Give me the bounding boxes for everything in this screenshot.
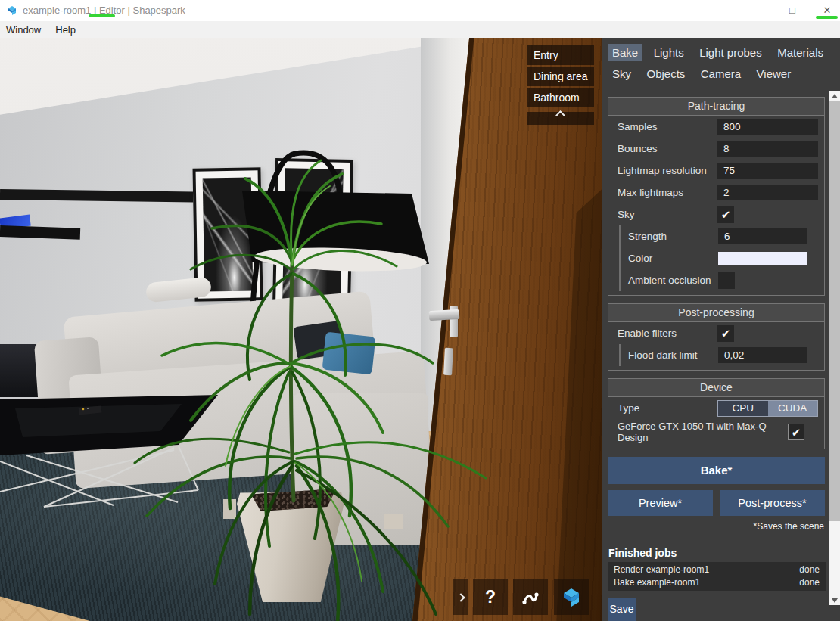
flood-dark-limit-row: Flood dark limit 0,02	[621, 344, 814, 366]
sky-label: Sky	[618, 209, 717, 220]
tab-objects[interactable]: Objects	[642, 65, 689, 82]
tab-light-probes[interactable]: Light probes	[695, 44, 767, 61]
gpu-row: GeForce GTX 1050 Ti with Max-Q Design ✔	[608, 419, 824, 449]
flood-dark-limit-input[interactable]: 0,02	[718, 347, 807, 363]
save-button[interactable]: Save	[608, 598, 636, 621]
chevron-right-icon	[456, 593, 465, 601]
device-type-row: Type CPU CUDA	[608, 397, 824, 419]
scrollbar-up-arrow[interactable]	[829, 91, 840, 101]
preview-button[interactable]: Preview*	[608, 490, 713, 516]
check-icon: ✔	[721, 208, 731, 221]
chevron-up-icon	[555, 110, 565, 120]
toolbar-collapse-button[interactable]	[453, 579, 468, 615]
gpu-checkbox[interactable]: ✔	[788, 424, 804, 440]
samples-row: Samples 800	[608, 116, 824, 138]
views-collapse-button[interactable]	[527, 112, 594, 125]
ambient-occlusion-checkbox[interactable]	[718, 272, 735, 289]
job-row: Bake example-room1 done	[608, 576, 826, 589]
filters-subsettings: Flood dark limit 0,02	[619, 344, 814, 366]
bake-button[interactable]: Bake*	[608, 457, 825, 484]
tab-lights[interactable]: Lights	[649, 44, 689, 61]
sky-subsettings: Strength 6 Color Ambient occlusion	[619, 225, 814, 291]
title-bar: example-room1 | Editor | Shapespark — □ …	[0, 0, 840, 21]
saves-scene-note: *Saves the scene	[608, 521, 824, 532]
check-icon: ✔	[792, 426, 801, 439]
camera-path-button[interactable]	[513, 579, 548, 615]
max-lightmaps-label: Max lightmaps	[618, 187, 717, 198]
finished-jobs-title: Finished jobs	[608, 547, 825, 559]
enable-filters-checkbox[interactable]: ✔	[717, 325, 734, 342]
sky-checkbox[interactable]: ✔	[717, 206, 734, 223]
panel-tab-bar: Bake Lights Light probes Materials Sky O…	[602, 38, 840, 88]
device-header: Device	[608, 379, 824, 397]
view-button-dining-area[interactable]: Dining area	[527, 67, 594, 86]
device-type-cpu-option[interactable]: CPU	[718, 401, 768, 416]
samples-input[interactable]: 800	[717, 119, 818, 135]
camera-path-icon	[520, 587, 541, 608]
bounces-row: Bounces 8	[608, 138, 824, 160]
panel-scrollbar[interactable]	[829, 91, 840, 605]
color-label: Color	[628, 253, 718, 264]
tab-materials[interactable]: Materials	[773, 44, 828, 61]
job-name: Render example-room1	[614, 564, 799, 575]
post-process-button[interactable]: Post-process*	[720, 490, 825, 516]
editor-underline-highlight	[89, 14, 115, 17]
help-button[interactable]: ?	[473, 579, 508, 615]
device-type-cuda-option[interactable]: CUDA	[768, 401, 818, 416]
window-title: example-room1 | Editor | Shapespark	[23, 0, 185, 21]
scrollbar-thumb[interactable]	[829, 101, 840, 521]
lightmap-resolution-row: Lightmap resolution 75	[608, 160, 824, 182]
job-row: Render example-room1 done	[608, 564, 826, 576]
shapespark-logo-icon	[559, 585, 583, 610]
path-tracing-section: Path-tracing Samples 800 Bounces 8 Light…	[608, 97, 825, 296]
tab-sky[interactable]: Sky	[608, 65, 636, 82]
sky-row: Sky ✔	[608, 203, 824, 225]
job-status: done	[799, 577, 820, 588]
shapespark-logo-icon	[6, 5, 18, 17]
sky-color-swatch[interactable]	[718, 252, 807, 265]
device-section: Device Type CPU CUDA GeForce GTX 1050 Ti…	[608, 378, 825, 449]
strength-label: Strength	[628, 231, 718, 242]
shapespark-toolbar-button[interactable]	[554, 579, 589, 615]
gpu-label: GeForce GTX 1050 Ti with Max-Q Design	[618, 421, 788, 444]
maximize-button[interactable]: □	[781, 0, 804, 21]
check-icon: ✔	[721, 327, 731, 340]
strength-input[interactable]: 6	[718, 228, 807, 244]
editor-side-panel: Bake Lights Light probes Materials Sky O…	[602, 38, 840, 621]
scene-plant	[0, 38, 602, 621]
bounces-label: Bounces	[618, 143, 717, 154]
view-button-entry[interactable]: Entry	[527, 45, 594, 65]
3d-viewport[interactable]: Entry Dining area Bathroom ?	[0, 38, 602, 621]
lightmap-resolution-input[interactable]: 75	[717, 163, 818, 179]
menu-help[interactable]: Help	[55, 24, 76, 36]
shapespark-editor-window: example-room1 | Editor | Shapespark — □ …	[0, 0, 840, 621]
post-processing-header: Post-processing	[608, 304, 824, 322]
samples-label: Samples	[618, 121, 717, 132]
bounces-input[interactable]: 8	[717, 141, 818, 157]
tab-viewer[interactable]: Viewer	[752, 65, 796, 82]
job-name: Bake example-room1	[614, 577, 799, 588]
view-button-bathroom[interactable]: Bathroom	[527, 88, 594, 107]
strength-row: Strength 6	[621, 225, 814, 247]
flood-dark-limit-label: Flood dark limit	[628, 349, 718, 361]
menu-bar: Window Help	[0, 21, 840, 38]
enable-filters-label: Enable filters	[618, 328, 717, 339]
secondary-actions-row: Preview* Post-process*	[608, 490, 825, 516]
panel-scroll-area: Path-tracing Samples 800 Bounces 8 Light…	[602, 91, 829, 621]
ambient-occlusion-row: Ambient occlusion	[621, 269, 814, 291]
ambient-occlusion-label: Ambient occlusion	[628, 275, 718, 286]
enable-filters-row: Enable filters ✔	[608, 322, 824, 344]
device-type-segmented: CPU CUDA	[717, 400, 818, 417]
path-tracing-header: Path-tracing	[608, 98, 824, 116]
camera-views-stack: Entry Dining area Bathroom	[527, 45, 594, 125]
tab-camera[interactable]: Camera	[696, 65, 745, 82]
finished-jobs-list: Render example-room1 done Bake example-r…	[608, 562, 826, 591]
color-row: Color	[621, 247, 814, 269]
scrollbar-down-arrow[interactable]	[829, 595, 840, 605]
tab-bake[interactable]: Bake	[608, 44, 642, 61]
job-status: done	[799, 564, 820, 575]
max-lightmaps-input[interactable]: 2	[717, 185, 818, 200]
close-underline-highlight	[816, 16, 838, 19]
minimize-button[interactable]: —	[745, 0, 768, 21]
menu-window[interactable]: Window	[6, 24, 41, 36]
